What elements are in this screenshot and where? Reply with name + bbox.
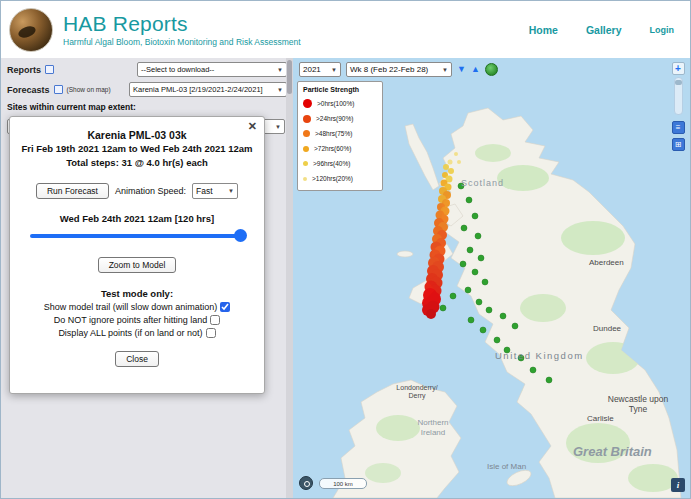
map-scale: 100 km [319, 478, 367, 489]
show-model-trail-label: Show model trail (will slow down animati… [44, 302, 218, 312]
animation-speed-label: Animation Speed: [115, 186, 186, 196]
year-select[interactable]: 2021 ▼ [299, 62, 341, 77]
animation-speed-value: Fast [196, 186, 213, 196]
time-slider-label: Wed Feb 24th 2021 12am [120 hrs] [30, 213, 244, 224]
header: HAB Reports Harmful Algal Bloom, Biotoxi… [1, 1, 690, 58]
time-slider-block: Wed Feb 24th 2021 12am [120 hrs] [30, 213, 244, 238]
layers-icon[interactable]: ≡ [672, 121, 685, 134]
chevron-down-icon: ▼ [228, 188, 234, 194]
ireland-vegetation [376, 415, 420, 441]
zoom-panel: + ≡ ⊞ [671, 62, 685, 151]
animation-speed-select[interactable]: Fast ▼ [192, 183, 238, 199]
legend-label: >96hrs(40%) [313, 160, 350, 167]
particle-strength-legend: Particle Strength >0hrs(100%) >24hrs(90%… [297, 81, 383, 191]
legend-dot [303, 177, 307, 181]
reports-label: Reports [7, 65, 41, 75]
scrollbar-thumb[interactable] [287, 60, 292, 94]
legend-label: >48hrs(75%) [315, 130, 352, 137]
reports-row: Reports --Select to download-- ▼ [7, 62, 287, 77]
close-icon[interactable]: ✕ [248, 120, 257, 133]
legend-dot [303, 130, 310, 137]
week-select-value: Wk 8 (Feb 22-Feb 28) [350, 65, 428, 74]
run-forecast-button[interactable]: Run Forecast [36, 183, 109, 199]
show-on-map-checkbox[interactable] [54, 85, 63, 94]
nav-gallery[interactable]: Gallery [586, 24, 622, 36]
show-model-trail-checkbox[interactable] [220, 302, 230, 312]
zoom-slider[interactable] [674, 77, 683, 115]
info-icon[interactable]: i [671, 478, 685, 492]
sidebar: Reports --Select to download-- ▼ Forecas… [1, 58, 293, 498]
checkbox-row: Show model trail (will slow down animati… [20, 302, 254, 312]
forecasts-row: Forecasts (Show on map) Karenia PML-03 [… [7, 82, 287, 97]
land-tiree [397, 251, 413, 257]
week-select[interactable]: Wk 8 (Feb 22-Feb 28) ▼ [346, 62, 452, 77]
zoom-in-button[interactable]: + [672, 62, 685, 75]
close-row: Close [20, 348, 254, 367]
forecast-select[interactable]: Karenia PML-03 [2/19/2021-2/24/2021] ▼ [129, 82, 287, 97]
legend-label: >24hrs(90%) [316, 115, 353, 122]
step-down-icon[interactable]: ▼ [457, 65, 466, 74]
legend-item: >48hrs(75%) [303, 126, 377, 141]
reports-select[interactable]: --Select to download-- ▼ [137, 62, 287, 77]
legend-label: >0hrs(100%) [317, 100, 354, 107]
checkbox-row: Do NOT ignore points after hitting land [20, 315, 254, 325]
chevron-down-icon: ▼ [277, 87, 283, 93]
zoom-to-model-button[interactable]: Zoom to Model [98, 257, 177, 273]
reports-select-value: --Select to download-- [141, 65, 214, 74]
display-all-points-checkbox[interactable] [206, 328, 216, 338]
legend-item: >24hrs(90%) [303, 111, 377, 126]
sidebar-scrollbar[interactable] [286, 58, 293, 498]
legend-item: >120hrs(20%) [303, 171, 377, 186]
ignore-points-label: Do NOT ignore points after hitting land [54, 315, 207, 325]
chevron-down-icon: ▼ [277, 67, 283, 73]
modal-title: Karenia PML-03 03k [20, 129, 254, 141]
forecast-select-value: Karenia PML-03 [2/19/2021-2/24/2021] [133, 85, 263, 94]
reports-icon[interactable] [45, 65, 54, 74]
main-nav: Home Gallery Login [529, 24, 690, 36]
step-up-icon[interactable]: ▲ [471, 65, 480, 74]
forecasts-label: Forecasts [7, 85, 50, 95]
nav-home[interactable]: Home [529, 24, 558, 36]
modal-controls: Run Forecast Animation Speed: Fast ▼ [20, 183, 254, 199]
nav-login[interactable]: Login [650, 25, 675, 35]
leaf-status-icon[interactable] [485, 63, 498, 76]
chevron-down-icon: ▼ [331, 67, 337, 73]
display-all-points-label: Display ALL points (if on land or not) [58, 328, 202, 338]
app-title: HAB Reports [63, 12, 301, 36]
forecast-modal: ✕ Karenia PML-03 03k Fri Feb 19th 2021 1… [9, 116, 265, 394]
expand-icon[interactable]: ⊞ [672, 138, 685, 151]
zoom-slider-thumb[interactable] [675, 80, 682, 85]
chevron-down-icon: ▼ [442, 67, 448, 73]
map[interactable]: Scotland Aberdeen Dundee United Kingdom … [293, 58, 690, 498]
show-on-map-label: (Show on map) [67, 86, 111, 93]
modal-steps: Total steps: 31 @ 4.0 hr(s) each [20, 157, 254, 169]
locate-icon[interactable] [299, 476, 313, 490]
ignore-points-checkbox[interactable] [210, 315, 220, 325]
legend-label: >72hrs(60%) [314, 145, 351, 152]
hab-reports-app: HAB Reports Harmful Algal Bloom, Biotoxi… [0, 0, 691, 499]
legend-item: >96hrs(40%) [303, 156, 377, 171]
legend-label: >120hrs(20%) [312, 175, 353, 182]
modal-range: Fri Feb 19th 2021 12am to Wed Feb 24th 2… [20, 143, 254, 155]
chevron-down-icon: ▼ [275, 124, 281, 130]
test-mode-label: Test mode only: [20, 288, 254, 299]
legend-title: Particle Strength [303, 86, 377, 93]
legend-dot [303, 146, 309, 152]
legend-item: >0hrs(100%) [303, 96, 377, 111]
title-block: HAB Reports Harmful Algal Bloom, Biotoxi… [63, 12, 301, 47]
zoom-to-model-row: Zoom to Model [20, 254, 254, 273]
ireland-vegetation [365, 463, 401, 483]
legend-dot [303, 115, 311, 123]
legend-dot [303, 161, 308, 166]
content: Reports --Select to download-- ▼ Forecas… [1, 58, 690, 498]
time-slider-handle[interactable] [234, 229, 247, 242]
app-logo [9, 8, 53, 52]
checkbox-row: Display ALL points (if on land or not) [20, 328, 254, 338]
sites-label: Sites within current map extent: [7, 102, 287, 112]
close-button[interactable]: Close [115, 351, 159, 367]
map-controls: 2021 ▼ Wk 8 (Feb 22-Feb 28) ▼ ▼ ▲ [299, 62, 498, 77]
legend-item: >72hrs(60%) [303, 141, 377, 156]
app-subtitle: Harmful Algal Bloom, Biotoxin Monitoring… [63, 37, 301, 47]
time-slider[interactable] [30, 234, 244, 238]
year-select-value: 2021 [303, 65, 321, 74]
